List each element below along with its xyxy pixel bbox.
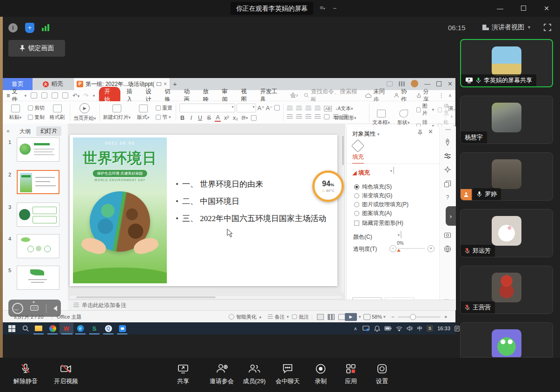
wps-taskbar-icon[interactable]: W xyxy=(59,323,73,334)
zoom-slider[interactable] xyxy=(398,311,441,323)
fill-preset-select[interactable] xyxy=(393,167,394,174)
minimize-button[interactable]: — xyxy=(494,3,506,14)
view-mode-selector[interactable]: 演讲者视图 ▼ xyxy=(482,23,531,32)
help-icon[interactable]: ? xyxy=(444,194,451,202)
performance-badge[interactable]: 94% ♨ 60°C xyxy=(312,170,344,202)
lock-view-button[interactable]: 锁定画面 xyxy=(8,40,65,57)
collapse-panel-icon[interactable]: « xyxy=(7,128,10,134)
slide-layout-button[interactable]: 版式▾ xyxy=(134,105,152,121)
effects-icon[interactable] xyxy=(444,166,451,174)
fill-section-label[interactable]: ◢ 填充 xyxy=(352,169,370,177)
radio-pattern-fill[interactable]: 图案填充(A) xyxy=(354,209,392,217)
zoom-out-button[interactable]: − xyxy=(391,311,394,323)
panel-title[interactable]: 对象属性▾ xyxy=(352,130,380,138)
slide-text[interactable]: •一、 世界环境日的由来 •二、 中国环境日 •三、 2022年中国六五环境日国… xyxy=(176,179,332,231)
ai-assistant-icon[interactable] xyxy=(444,138,451,146)
more-icon[interactable]: ⋮ xyxy=(438,92,444,99)
phonetic-button[interactable]: 拼▾ xyxy=(241,115,248,121)
font-increase-button[interactable]: A⁺ xyxy=(257,105,264,111)
increase-indent-icon[interactable] xyxy=(315,106,321,111)
beautify-button[interactable]: 智能美化▲ xyxy=(229,311,262,323)
wps-maximize-icon[interactable] xyxy=(436,81,441,86)
slide-thumbnail-2[interactable] xyxy=(17,170,59,194)
close-tab-icon[interactable]: × xyxy=(164,81,167,87)
participant-tile[interactable]: 罗婷 xyxy=(460,152,553,201)
members-button[interactable]: 成员(29) xyxy=(243,363,265,385)
align-left-icon[interactable] xyxy=(287,114,293,119)
share-screen-button[interactable]: 共享 xyxy=(177,363,189,385)
fullscreen-icon[interactable] xyxy=(544,24,551,31)
smart-graphic-button[interactable]: 智能图形▾ xyxy=(334,114,356,121)
ribbon-scroll-right-icon[interactable]: › xyxy=(451,113,453,119)
print-icon[interactable] xyxy=(52,92,58,98)
tab-outline[interactable]: 大纲 xyxy=(20,128,31,136)
highlight-icon[interactable] xyxy=(251,115,257,121)
picture-button[interactable]: 图片▾ xyxy=(416,103,434,117)
shield-icon[interactable]: + xyxy=(25,23,34,33)
reaction-quick-panel[interactable]: + xyxy=(8,300,61,317)
pin-panel-icon[interactable] xyxy=(417,130,423,136)
line-spacing-button[interactable]: ↓A xyxy=(335,106,341,111)
sogou-ime-icon[interactable]: S xyxy=(424,323,436,334)
unmute-button[interactable]: 解除静音 xyxy=(13,363,38,385)
maximize-button[interactable] xyxy=(517,3,529,14)
columns-icon[interactable] xyxy=(324,114,329,119)
new-tab-button[interactable]: + xyxy=(173,80,177,88)
hand-icon[interactable]: ⌣ xyxy=(333,4,337,12)
shape-button[interactable]: 形状▾ xyxy=(394,110,413,126)
translate-icon[interactable] xyxy=(444,245,451,253)
slide-thumbnail-3[interactable] xyxy=(17,203,59,227)
font-decrease-button[interactable]: A⁻ xyxy=(266,105,273,111)
radio-picture-fill[interactable]: 图片或纹理填充(P) xyxy=(354,201,408,209)
browser-icon[interactable] xyxy=(46,323,59,334)
slide-canvas[interactable]: 2021.06.05 世界环境日 保护生态环境·共建美好家园 WORLD ENV… xyxy=(68,124,345,300)
align-right-icon[interactable] xyxy=(305,114,311,119)
chat-button[interactable]: 会中聊天 xyxy=(276,363,300,385)
transparency-slider[interactable] xyxy=(398,248,425,249)
collapse-left-icon[interactable] xyxy=(53,306,57,311)
panel-tab-fill[interactable]: 填充 xyxy=(352,153,364,164)
cut-button[interactable]: 剪切 xyxy=(28,105,45,111)
comments-button[interactable]: 批注 xyxy=(292,311,309,323)
play-from-current-button[interactable]: ▶ 当页开始▾ xyxy=(73,103,96,122)
radio-gradient-fill[interactable]: 渐变填充(G) xyxy=(354,192,392,200)
transparency-minus-button[interactable]: − xyxy=(389,245,396,252)
redo-icon[interactable]: ↷ xyxy=(84,92,88,99)
start-video-button[interactable]: 开启视频 xyxy=(54,363,78,385)
format-painter-button[interactable]: 格式刷 xyxy=(48,105,66,121)
sorter-view-icon[interactable] xyxy=(328,314,335,320)
normal-view-icon[interactable] xyxy=(317,314,324,320)
notes-toggle-button[interactable]: 备注▾ xyxy=(268,311,289,323)
font-color-button[interactable]: A xyxy=(215,114,221,122)
participant-tile[interactable]: 王营营 xyxy=(460,266,553,314)
checkbox-hide-background[interactable]: 隐藏背景图形(H) xyxy=(354,219,403,227)
wps-close-icon[interactable]: ✕ xyxy=(448,80,453,87)
participant-tile[interactable]: 郑远芳 xyxy=(460,209,553,257)
s-app-icon[interactable]: S xyxy=(88,323,100,334)
properties-icon[interactable] xyxy=(444,152,451,160)
wps-minimize-icon[interactable]: — xyxy=(424,80,430,87)
textbox-button[interactable]: 文本框▾ xyxy=(372,110,390,126)
color-select[interactable] xyxy=(401,231,402,238)
taskbar-search-icon[interactable] xyxy=(20,323,32,334)
slide-thumbnail-5[interactable] xyxy=(17,266,59,290)
chat-bubble-plus-icon[interactable]: + xyxy=(30,305,39,312)
zoom-in-button[interactable]: + xyxy=(444,311,447,323)
numbered-list-icon[interactable] xyxy=(296,106,302,111)
superscript-button[interactable]: x² xyxy=(224,115,230,121)
close-panel-icon[interactable]: ✕ xyxy=(428,128,433,135)
slide-thumbnail-4[interactable] xyxy=(17,234,59,258)
find-text-button[interactable]: 文本▾ xyxy=(341,105,353,112)
section-button[interactable]: 节▾ xyxy=(156,114,172,121)
settings-button[interactable]: 设置 xyxy=(376,363,388,385)
current-slide[interactable]: 2021.06.05 世界环境日 保护生态环境·共建美好家园 WORLD ENV… xyxy=(70,135,337,286)
tab-docer[interactable]: 火 稻壳 xyxy=(33,78,73,90)
duplicate-icon[interactable] xyxy=(444,180,451,188)
strike-button[interactable]: S xyxy=(206,115,212,121)
meeting-app-icon[interactable] xyxy=(116,323,128,334)
tab-slides[interactable]: 幻灯片 xyxy=(36,126,61,136)
clear-format-icon[interactable] xyxy=(274,105,280,111)
close-button[interactable]: ✕ xyxy=(540,3,553,14)
quickbar-expand-icon[interactable]: ▾ xyxy=(93,93,95,98)
vertical-scrollbar[interactable] xyxy=(342,135,344,293)
